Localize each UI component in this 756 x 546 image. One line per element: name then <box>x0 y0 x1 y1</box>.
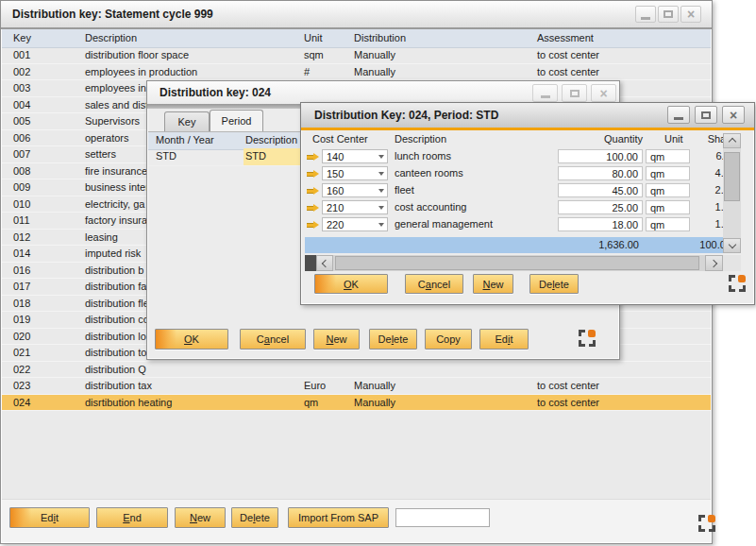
cost-center-dropdown[interactable]: 210 <box>322 200 388 214</box>
minimize-button[interactable] <box>667 106 690 124</box>
table-row[interactable]: 024 disrtibution heating qm Manually to … <box>2 395 711 412</box>
quantity-input[interactable]: 25.00 <box>558 200 643 214</box>
window-title: Distribution Key: 024, Period: STD <box>314 109 498 122</box>
chevron-right-icon <box>709 259 716 266</box>
resize-grip-icon[interactable] <box>579 330 596 347</box>
scrollbar-thumb[interactable] <box>335 256 699 270</box>
maximize-button[interactable] <box>658 6 679 23</box>
column-header-description[interactable]: Description <box>245 132 297 148</box>
import-from-sap-button[interactable]: Import From SAP <box>288 507 389 528</box>
maximize-button[interactable] <box>695 106 717 124</box>
ok-button[interactable]: OK <box>314 274 388 294</box>
tab-period[interactable]: Period <box>210 110 263 131</box>
cancel-button[interactable]: Cancel <box>405 274 463 294</box>
row-key: 007 <box>13 146 30 162</box>
table-row[interactable]: 002 employees in production # Manually t… <box>2 64 711 81</box>
table-row[interactable]: 001 distribution floor space sqm Manuall… <box>2 47 711 64</box>
cost-center-dropdown[interactable]: 150 <box>322 166 388 180</box>
minimize-button[interactable] <box>635 6 656 23</box>
chevron-down-icon <box>728 241 735 248</box>
cost-center-dropdown[interactable]: 220 <box>322 217 388 231</box>
horizontal-scrollbar[interactable] <box>305 255 723 271</box>
quantity-input[interactable]: 80.00 <box>558 166 643 180</box>
quantity-input[interactable]: 18.00 <box>558 217 643 231</box>
row-description: operators <box>85 130 128 145</box>
column-header-month-year[interactable]: Month / Year <box>156 132 214 148</box>
maximize-button[interactable] <box>562 84 587 102</box>
cost-center-row[interactable]: 220 general management 18.00 qm 1.10 <box>305 216 741 233</box>
scroll-left-button[interactable] <box>316 255 333 271</box>
footer-input[interactable] <box>395 508 490 527</box>
resize-grip-icon[interactable] <box>729 275 746 292</box>
statement-window-titlebar[interactable]: Distribution key: Statement cycle 999 <box>1 1 712 29</box>
column-header-distribution[interactable]: Distribution <box>354 29 406 46</box>
cost-center-row[interactable]: 150 canteen rooms 80.00 qm 4.89 <box>305 165 741 182</box>
cost-center-dropdown[interactable]: 140 <box>322 149 388 163</box>
minimize-button[interactable] <box>532 84 558 102</box>
cost-center-value: 210 <box>327 202 344 213</box>
row-description: distribution b <box>85 263 143 278</box>
cost-center-row[interactable]: 160 fleet 45.00 qm 2.75 <box>305 182 741 199</box>
column-header-unit[interactable]: Unit <box>304 29 323 46</box>
row-key: 001 <box>13 47 30 62</box>
maximize-icon <box>701 111 711 119</box>
cancel-button[interactable]: Cancel <box>240 329 306 350</box>
table-row[interactable]: 023 distribution tax Euro Manually to co… <box>2 378 711 395</box>
row-description: employees in production <box>85 64 197 79</box>
close-button[interactable]: × <box>591 84 616 102</box>
row-key: 012 <box>13 230 30 245</box>
scroll-up-button[interactable] <box>723 133 741 148</box>
quantity-input[interactable]: 45.00 <box>558 183 643 197</box>
month-year-cell[interactable]: STD <box>156 148 176 165</box>
link-arrow-icon[interactable] <box>307 153 319 162</box>
scrollbar-thumb[interactable] <box>724 152 740 201</box>
resize-grip-icon[interactable] <box>698 515 715 532</box>
cost-center-dropdown[interactable]: 160 <box>322 183 388 197</box>
copy-button[interactable]: Copy <box>425 329 472 350</box>
edit-button[interactable]: Edit <box>479 329 529 350</box>
row-key: 019 <box>13 312 30 327</box>
quantity-input[interactable]: 100.00 <box>558 149 643 163</box>
row-key: 002 <box>13 64 30 79</box>
row-description: electricity, ga <box>85 196 144 212</box>
scroll-down-button[interactable] <box>723 238 741 253</box>
delete-button[interactable]: Delete <box>529 274 579 294</box>
scrollbar-corner <box>723 255 741 271</box>
tab-key[interactable]: Key <box>164 111 210 131</box>
edit-button[interactable]: Edit <box>9 507 90 528</box>
cost-center-row[interactable]: 210 cost accounting 25.00 qm 1.53 <box>305 199 741 216</box>
link-arrow-icon[interactable] <box>307 170 319 179</box>
link-arrow-icon[interactable] <box>307 204 319 213</box>
quantity-value: 25.00 <box>612 202 638 213</box>
link-arrow-icon[interactable] <box>307 187 319 196</box>
delete-button[interactable]: Delete <box>369 329 417 350</box>
row-description: distribution fle <box>85 296 149 311</box>
close-button[interactable]: × <box>680 6 701 23</box>
close-icon: × <box>599 89 607 98</box>
row-key: 005 <box>13 113 30 128</box>
scroll-right-button[interactable] <box>705 255 723 271</box>
new-button[interactable]: New <box>473 274 513 294</box>
ok-button[interactable]: OK <box>155 329 228 350</box>
delete-button[interactable]: Delete <box>231 507 278 528</box>
cost-center-value: 220 <box>327 219 344 230</box>
cost-center-description: fleet <box>395 184 414 196</box>
row-description: distribution floor space <box>85 47 189 62</box>
column-header-description[interactable]: Description <box>85 29 137 46</box>
vertical-scrollbar[interactable] <box>723 133 741 253</box>
row-key: 004 <box>13 97 30 112</box>
column-header-quantity[interactable]: Quantity <box>558 133 643 145</box>
link-arrow-icon[interactable] <box>307 221 319 230</box>
column-header-assessment[interactable]: Assessment <box>537 29 594 46</box>
new-button[interactable]: New <box>313 329 360 350</box>
column-header-description[interactable]: Description <box>395 133 446 145</box>
column-header-cost-center[interactable]: Cost Center <box>312 133 368 145</box>
column-header-key[interactable]: Key <box>13 29 31 46</box>
new-button[interactable]: New <box>175 507 226 528</box>
scrollbar-split-handle[interactable] <box>305 255 316 271</box>
close-button[interactable]: × <box>722 106 745 124</box>
cost-center-row[interactable]: 140 lunch rooms 100.00 qm 6.11 <box>305 148 741 165</box>
end-button[interactable]: End <box>96 507 168 528</box>
table-row[interactable]: 022 distribution Q <box>2 362 711 379</box>
row-key: 024 <box>13 395 30 410</box>
